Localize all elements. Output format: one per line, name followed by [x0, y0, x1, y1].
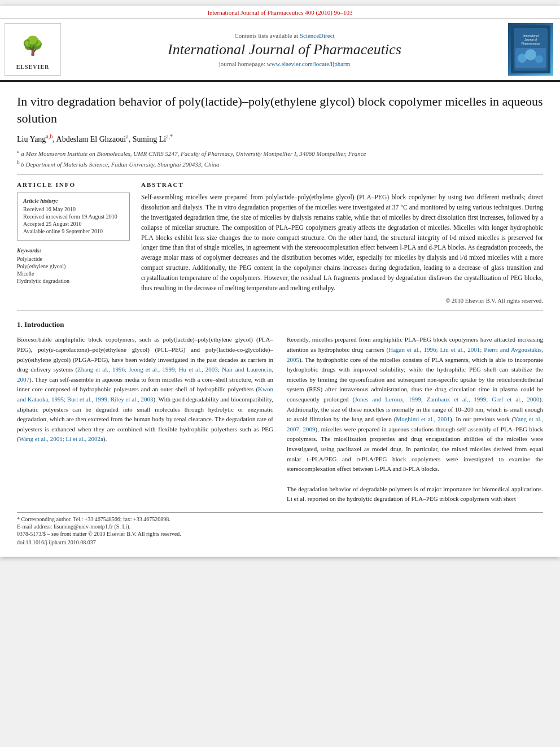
journal-homepage: journal homepage: www.elsevier.com/locat… — [219, 60, 351, 67]
article-content: In vitro degradation behavior of poly(la… — [0, 82, 560, 557]
corresponding-star: * — [170, 133, 173, 139]
journal-cover-image: International Journal of Pharmaceutics — [508, 23, 553, 76]
abstract-text: Self-assembling micelles were prepared f… — [141, 193, 543, 293]
copyright-line: © 2010 Elsevier B.V. All rights reserved… — [141, 298, 543, 304]
journal-header: 🌳 ELSEVIER Contents lists available at S… — [0, 19, 560, 82]
body-right-col: Recently, micelles prepared from amphiph… — [287, 335, 543, 504]
journal-citation-bar: International Journal of Pharmaceutics 4… — [0, 6, 560, 19]
svg-text:Journal of: Journal of — [524, 38, 537, 41]
author3-sup: a,* — [166, 133, 173, 139]
kw2: Poly(ethylene glycol) — [17, 263, 130, 269]
accepted-line: Accepted 25 August 2010 — [23, 221, 124, 227]
copyright-notice: 0378-5173/$ – see front matter © 2010 El… — [17, 531, 543, 537]
kw4: Hydrolytic degradation — [17, 278, 130, 284]
elsevier-tree-image: 🌳 — [10, 29, 55, 63]
affiliation-b: b b Department of Materials Science, Fud… — [17, 159, 543, 168]
elsevier-brand-text: ELSEVIER — [16, 64, 50, 70]
received-line: Received 16 May 2010 — [23, 206, 124, 212]
email-note: E-mail address: lisuming@univ-montp1.fr … — [17, 523, 543, 530]
citation-text: International Journal of Pharmaceutics 4… — [207, 9, 352, 16]
sciencedirect-link: Contents lists available at ScienceDirec… — [234, 32, 334, 39]
article-info-heading: ARTICLE INFO — [17, 181, 130, 188]
page: International Journal of Pharmaceutics 4… — [0, 6, 560, 557]
online-line: Available online 9 September 2010 — [23, 228, 124, 234]
author1-sup: a,b — [46, 133, 53, 139]
body-left-col: Bioresorbable amphiphilic block copolyme… — [17, 335, 273, 504]
divider-1 — [17, 174, 543, 174]
footnotes: * Corresponding author. Tel.: +33 467548… — [17, 512, 543, 545]
body-right-text-2: The degradation behavior of degradable p… — [287, 484, 543, 504]
section1-title: 1. Introduction — [17, 320, 543, 329]
abstract-heading: ABSTRACT — [141, 181, 543, 188]
keywords-title: Keywords: — [17, 247, 130, 254]
kw3: Micelle — [17, 270, 130, 277]
divider-2 — [17, 311, 543, 311]
authors-line: Liu Yanga,b, Abdeslam El Ghzaouia, Sumin… — [17, 133, 543, 144]
svg-point-7 — [525, 49, 536, 60]
corresponding-note: * Corresponding author. Tel.: +33 467548… — [17, 516, 543, 522]
kw1: Polylactide — [17, 256, 130, 262]
affiliation-a: a a Max Mousseron Institute on Biomolecu… — [17, 148, 543, 157]
svg-point-8 — [535, 55, 543, 63]
article-info-column: ARTICLE INFO Article history: Received 1… — [17, 181, 130, 304]
svg-text:International: International — [523, 34, 539, 37]
body-section: 1. Introduction Bioresorbable amphiphili… — [17, 320, 543, 504]
body-right-text-1: Recently, micelles prepared from amphiph… — [287, 335, 543, 474]
article-history-box: Article history: Received 16 May 2010 Re… — [17, 193, 130, 241]
doi-line: doi:10.1016/j.ijpharm.2010.08.037 — [17, 539, 543, 545]
abstract-column: ABSTRACT Self-assembling micelles were p… — [141, 181, 543, 304]
author1-name: Liu Yang — [17, 135, 46, 143]
journal-center: Contents lists available at ScienceDirec… — [67, 23, 502, 76]
body-two-col: Bioresorbable amphiphilic block copolyme… — [17, 335, 543, 504]
sciencedirect-anchor[interactable]: ScienceDirect — [300, 32, 335, 39]
homepage-url[interactable]: www.elsevier.com/locate/ijpharm — [267, 60, 351, 67]
keywords-box: Keywords: Polylactide Poly(ethylene glyc… — [17, 247, 130, 284]
revised-line: Received in revised form 19 August 2010 — [23, 213, 124, 220]
body-left-text: Bioresorbable amphiphilic block copolyme… — [17, 335, 273, 444]
article-title: In vitro degradation behavior of poly(la… — [17, 93, 543, 126]
tree-icon: 🌳 — [21, 35, 44, 56]
svg-text:Pharmaceutics: Pharmaceutics — [521, 42, 540, 45]
author2-name: , Abdeslam El Ghzaoui — [53, 135, 126, 143]
history-title: Article history: — [23, 198, 124, 204]
author3-name: , Suming Li — [129, 135, 167, 143]
journal-title: International Journal of Pharmaceutics — [168, 41, 401, 58]
elsevier-logo: 🌳 ELSEVIER — [5, 23, 61, 76]
article-info-abstract: ARTICLE INFO Article history: Received 1… — [17, 181, 543, 304]
